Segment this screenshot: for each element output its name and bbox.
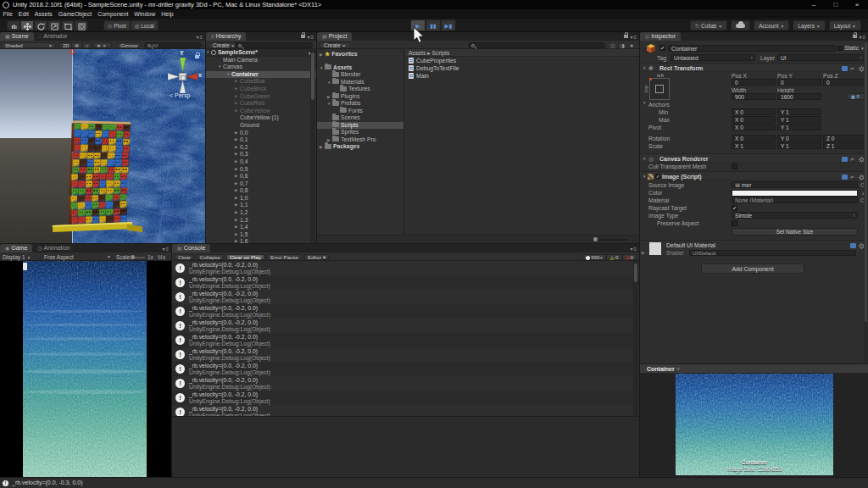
image-enabled-checkbox[interactable]: ✓ [655,174,660,179]
tab-animation[interactable]: ◷Animation [32,244,75,252]
active-checkbox[interactable]: ✓ [659,45,665,51]
project-folder[interactable]: ▶Plugins [317,93,403,101]
source-image-field[interactable]: ▦ mer [732,181,858,188]
local-button[interactable]: ◍ Local [131,20,159,30]
canvas-pivot-handle[interactable] [85,61,89,65]
pause-button[interactable]: ▮▮ [426,19,441,31]
console-scrollbar[interactable] [633,261,638,416]
hierarchy-item[interactable]: CubeYellow (1) [206,114,316,122]
scene-viewport[interactable]: Y x < Persp [0,49,205,243]
aspect-dropdown[interactable]: Free Aspect [44,254,74,260]
hierarchy-item[interactable]: ▶0,8 [206,187,316,195]
help-icon[interactable] [842,175,848,180]
anchors-foldout[interactable]: ▼ [643,101,646,105]
project-folder[interactable]: Scenes [317,114,403,122]
hierarchy-item[interactable]: ▶CubeRed [206,100,316,108]
hierarchy-item[interactable]: ▶0,2 [206,144,316,152]
hierarchy-item[interactable]: ▼Canvas [206,64,316,71]
menu-help[interactable]: Help [159,9,176,19]
hierarchy-item[interactable]: ▶CubeYellow [206,108,316,115]
transform-tool-button[interactable] [75,20,88,30]
inspector-scrollbar[interactable] [864,41,868,363]
preset-icon[interactable]: ≓ [850,175,856,180]
image-type-dropdown[interactable]: Simple↕ [732,212,858,219]
name-field[interactable]: Container [668,45,836,52]
icon-size-slider[interactable] [592,239,627,241]
tab-scene[interactable]: ▦Scene [0,32,34,41]
hierarchy-item[interactable]: ▶0,1 [206,136,316,144]
console-log-row[interactable]: !_rb.velocity=(0.0, -0.2, 0.0)UnityEngin… [172,362,639,376]
scene-light-toggle[interactable]: ⊛ [71,42,82,48]
scene-search-input[interactable]: All [144,42,202,48]
max-y-field[interactable]: Y 1 [777,116,821,123]
rot-x-field[interactable]: X 0 [732,135,776,141]
pos-x-field[interactable]: 0 [732,79,776,86]
help-icon[interactable] [850,243,856,248]
error-count-toggle[interactable]: 0 [622,254,637,260]
info-count-toggle[interactable]: 999+ [582,254,606,260]
hierarchy-item[interactable]: ▶1,2 [206,209,316,217]
static-dropdown[interactable]: Static ▼ [837,45,865,51]
step-button[interactable]: ▶▮ [441,19,456,31]
preserve-aspect-checkbox[interactable] [732,220,737,226]
scene-fx-dropdown[interactable]: ∗ ▼ [93,42,112,48]
hierarchy-scene-header[interactable]: ▼SampleScene*▾≡ [206,49,316,57]
project-search-input[interactable] [468,42,605,48]
scene-panel-menu-icon[interactable]: ▾≡ [196,34,203,40]
scene-orientation-gizmo[interactable]: Y x < Persp [167,53,201,97]
rot-z-field[interactable]: Z 0 [823,135,865,141]
hierarchy-item[interactable]: ▶CubeGreen [206,93,316,101]
console-button-collapse[interactable]: Collapse [197,254,224,260]
layout-dropdown[interactable]: Layout ▼ [829,20,861,30]
gizmos-dropdown[interactable]: Gizmos ▼ [117,42,141,48]
console-log-row[interactable]: !_rb.velocity=(0.0, -0.2, 0.0)UnityEngin… [172,333,639,347]
hierarchy-item[interactable]: ▶0,5 [206,166,316,174]
color-swatch[interactable] [732,190,858,197]
hierarchy-item[interactable]: ▶1,6 [206,238,316,243]
project-folder[interactable]: Textures [317,86,403,93]
hierarchy-item[interactable]: ▶CubeBrick [206,86,316,93]
hierarchy-item[interactable]: ▶0,4 [206,158,316,166]
game-panel-menu-icon[interactable]: ▾≡ [162,246,170,252]
hierarchy-item[interactable]: ▶0,0 [206,130,316,137]
hierarchy-item[interactable]: ▼Container [206,71,316,79]
tag-dropdown[interactable]: Untagged↕ [670,54,755,61]
pivot-y-field[interactable]: Y 1 [777,124,821,130]
collab-dropdown[interactable]: ↻ Collab ▼ [690,20,727,30]
hierarchy-item[interactable]: ▶0,7 [206,180,316,188]
warning-count-toggle[interactable]: 0 [606,254,621,260]
hand-tool-button[interactable] [7,20,20,30]
console-panel-menu-icon[interactable]: ▾≡ [630,246,637,252]
move-tool-button[interactable] [20,20,34,30]
gizmo-center-cube[interactable] [179,73,186,80]
set-native-size-button[interactable]: Set Native Size [732,228,858,236]
console-button-clear-on-play[interactable]: Clear on Play [226,254,264,260]
project-folder[interactable]: ▼Prefabs [317,100,403,108]
raycast-checkbox[interactable]: ✓ [732,205,737,211]
min-x-field[interactable]: X 0 [732,108,776,115]
tab-inspector[interactable]: ◎Inspector [640,32,681,41]
console-button-editor[interactable]: Editor ▾ [304,254,329,260]
layer-dropdown[interactable]: UI↕ [777,54,865,61]
console-log-row[interactable]: !_rb.velocity=(0.0, -0.2, 0.0)UnityEngin… [172,290,639,304]
component-icons[interactable]: ≓ [842,66,865,71]
menu-gameobject[interactable]: GameObject [55,9,94,19]
project-file[interactable]: DebugToTextFile [405,64,639,72]
rect-transform-header[interactable]: ▼ ✥ Rect Transform ≓ [640,63,868,72]
scale-y-field[interactable]: Y 1 [777,142,821,149]
material-field[interactable]: None (Material) [732,197,858,203]
scale-z-field[interactable]: Z 1 [823,142,865,149]
gizmo-persp-label[interactable]: < Persp [170,92,190,98]
add-component-button[interactable]: Add Component [701,263,804,274]
scale-slider[interactable] [131,257,145,258]
layers-dropdown[interactable]: Layers ▼ [793,20,825,30]
rotate-tool-button[interactable] [34,20,47,30]
display-dropdown[interactable]: Display 1 ▼ [3,254,31,260]
minimize-button[interactable]: – [809,0,819,9]
material-foldout[interactable]: ▶ [642,251,644,255]
restore-button[interactable]: □ [831,0,841,9]
menu-assets[interactable]: Assets [31,9,55,19]
preset-icon[interactable]: ≓ [850,66,856,71]
project-folder[interactable]: ▼Assets [317,64,403,72]
cull-checkbox[interactable] [732,164,737,169]
